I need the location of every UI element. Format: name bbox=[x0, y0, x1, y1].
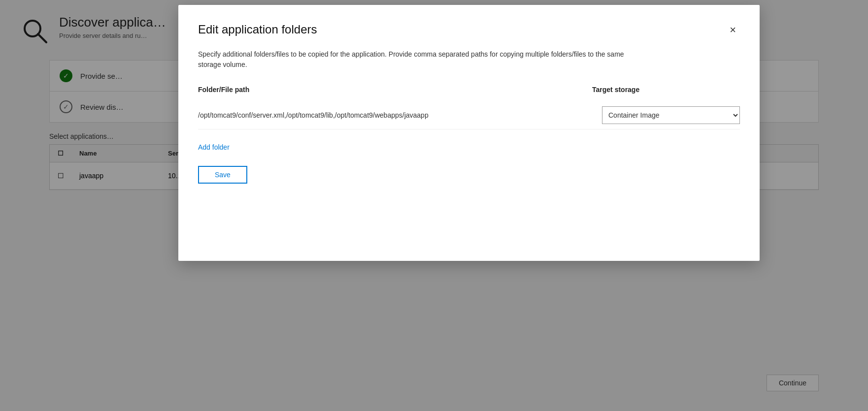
modal-title: Edit application folders bbox=[198, 23, 317, 36]
modal-close-button[interactable]: × bbox=[726, 23, 740, 37]
modal-folder-row: /opt/tomcat9/conf/server.xml,/opt/tomcat… bbox=[198, 101, 740, 129]
modal-description: Specify additional folders/files to be c… bbox=[198, 49, 641, 70]
modal-col-storage-header: Target storage bbox=[592, 86, 740, 94]
modal-actions: Save bbox=[198, 166, 740, 184]
modal-table-header: Folder/File path Target storage bbox=[198, 86, 740, 95]
edit-folders-modal: Edit application folders × Specify addit… bbox=[178, 5, 760, 261]
add-folder-link[interactable]: Add folder bbox=[198, 143, 230, 151]
modal-header: Edit application folders × bbox=[198, 23, 740, 37]
modal-storage-select[interactable]: Container Image Azure File Share Azure D… bbox=[602, 106, 740, 124]
modal-col-path-header: Folder/File path bbox=[198, 86, 592, 94]
modal-folder-path: /opt/tomcat9/conf/server.xml,/opt/tomcat… bbox=[198, 110, 602, 121]
save-button[interactable]: Save bbox=[198, 166, 247, 184]
